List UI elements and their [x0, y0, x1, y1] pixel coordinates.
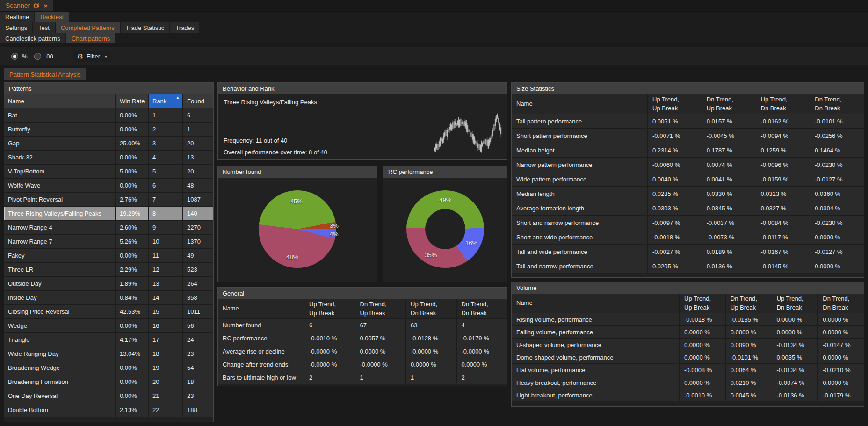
- tab-backtest[interactable]: Backtest: [35, 12, 69, 22]
- pattern-row-one-day-reversal[interactable]: One Day Reversal0.00%2123: [4, 389, 213, 403]
- stat-row-rising-volume-performance: Rising volume, performance-0.0018 %-0.01…: [512, 313, 864, 325]
- pattern-row-double-bottom[interactable]: Double Bottom2.13%22188: [4, 403, 213, 417]
- pattern-row-wide-ranging-day[interactable]: Wide Ranging Day13.04%1823: [4, 347, 213, 361]
- pattern-row-v-top-bottom[interactable]: V-Top/Bottom5.00%520: [4, 165, 213, 178]
- stat-value: 0.1259 %: [756, 143, 810, 157]
- patterns-panel: Patterns NameWin RateRank▲Found Bat0.00%…: [4, 82, 214, 422]
- pattern-row-triangle[interactable]: Triangle4.17%1724: [4, 333, 213, 347]
- stat-row-name: Average rise or decline: [218, 345, 304, 358]
- pattern-row-narrow-range-4[interactable]: Narrow Range 42.60%92270: [4, 221, 213, 234]
- pie-slice-label: 48%: [286, 253, 298, 260]
- stat-row-narrow-pattern-performance: Narrow pattern performance-0.0060 %0.007…: [512, 158, 864, 172]
- stat-row-short-and-wide-performance: Short and wide performance-0.0018 %-0.00…: [512, 230, 864, 244]
- window-tab-label: Scanner: [6, 2, 30, 9]
- stat-row-rc-performance: RC performance-0.0010 %0.0057 %-0.0128 %…: [218, 332, 507, 345]
- tab-test[interactable]: Test: [33, 22, 55, 33]
- tab-completed-patterns[interactable]: Completed Patterns: [56, 22, 120, 33]
- pattern-win-rate: 0.00%: [116, 249, 148, 262]
- pattern-row-narrow-range-7[interactable]: Narrow Range 75.26%101370: [4, 235, 213, 248]
- pattern-row-three-lr[interactable]: Three LR2.29%12523: [4, 263, 213, 276]
- behavior-rank-title: Behavior and Rank: [218, 83, 507, 94]
- pattern-row-bat[interactable]: Bat0.00%16: [4, 108, 213, 122]
- stat-value: 0.0074 %: [702, 158, 756, 172]
- pattern-row-inside-day[interactable]: Inside Day0.84%14358: [4, 291, 213, 304]
- pattern-row-gap[interactable]: Gap25.00%320: [4, 137, 213, 150]
- stat-value: 0.0360 %: [810, 187, 864, 201]
- filter-button[interactable]: ⚙ Filter ▾: [73, 51, 111, 62]
- behavior-rank-panel: Behavior and Rank Three Rising Valleys/F…: [217, 82, 507, 160]
- tab-candlestick-patterns[interactable]: Candlestick patterns: [0, 33, 65, 43]
- decimal-radio[interactable]: [34, 53, 41, 60]
- behavior-rank-content: Three Rising Valleys/Falling Peaks Frequ…: [218, 94, 507, 159]
- stat-header-row: NameUp Trend,Up BreakDn Trend,Up BreakUp…: [512, 94, 864, 114]
- stat-value: -0.0135 %: [726, 313, 772, 325]
- pattern-rank: 14: [149, 291, 182, 304]
- pattern-rank: 2: [149, 123, 182, 136]
- stat-value: -0.0179 %: [457, 332, 507, 345]
- stat-value: -0.0128 %: [406, 332, 456, 345]
- stat-row-name: Short pattern performance: [512, 129, 647, 143]
- stat-value: 0.0000 %: [680, 339, 725, 351]
- tab-trade-statistic[interactable]: Trade Statistic: [121, 22, 170, 33]
- pattern-row-broadening-wedge[interactable]: Broadening Wedge0.00%1954: [4, 361, 213, 375]
- pattern-name: Wolfe Wave: [4, 179, 115, 192]
- pattern-row-fakey[interactable]: Fakey0.00%1149: [4, 249, 213, 262]
- pattern-found: 13: [183, 151, 213, 164]
- tab-chart-patterns[interactable]: Chart patterns: [66, 33, 115, 43]
- percent-radio[interactable]: [11, 53, 18, 60]
- pattern-name: Broadening Wedge: [4, 361, 115, 375]
- pattern-row-three-rising-valleys-falling-peaks[interactable]: Three Rising Valleys/Falling Peaks19.29%…: [4, 207, 213, 220]
- column-header-name[interactable]: Name: [4, 94, 115, 108]
- column-header-win-rate[interactable]: Win Rate: [116, 94, 148, 108]
- pattern-name: Wedge: [4, 319, 115, 332]
- pattern-row-outside-day[interactable]: Outside Day1.89%13264: [4, 277, 213, 290]
- stat-value: -0.0000 %: [355, 358, 406, 371]
- pattern-row-pivot-point-reversal[interactable]: Pivot Point Reversal2.76%71087: [4, 193, 213, 206]
- tab-settings[interactable]: Settings: [0, 22, 32, 33]
- close-icon[interactable]: ×: [43, 2, 48, 9]
- column-header-found[interactable]: Found: [183, 94, 213, 108]
- window-tab-scanner[interactable]: Scanner ×: [0, 0, 53, 11]
- pattern-found: 24: [183, 333, 213, 347]
- stat-value: -0.0094 %: [756, 129, 810, 143]
- stat-value: 0.0000 %: [680, 326, 725, 338]
- stat-value: 0.0045 %: [726, 389, 772, 401]
- stat-row-dome-shaped-volume-performance: Dome-shaped volume, performance0.0000 %-…: [512, 351, 864, 363]
- pattern-found: 18: [183, 375, 213, 389]
- pattern-row-wolfe-wave[interactable]: Wolfe Wave0.00%648: [4, 179, 213, 192]
- decimal-radio-label: .00: [45, 53, 53, 60]
- pattern-name: Double Bottom: [4, 403, 115, 417]
- pattern-win-rate: 0.84%: [116, 291, 148, 304]
- pattern-row-broadening-formation[interactable]: Broadening Formation0.00%2018: [4, 375, 213, 389]
- tab-trades[interactable]: Trades: [170, 22, 199, 33]
- gear-icon: ⚙: [77, 53, 83, 60]
- tab-pattern-statistical-analysis[interactable]: Pattern Statistical Analysis: [4, 68, 86, 80]
- pattern-row-shark-32[interactable]: Shark-320.00%413: [4, 151, 213, 164]
- pattern-row-closing-price-reversal[interactable]: Closing Price Reversal42.53%151011: [4, 305, 213, 318]
- stat-value: 0.0210 %: [726, 376, 772, 389]
- stat-row-name: Tall and wide performance: [512, 245, 647, 259]
- stat-row-name: Wide pattern performance: [512, 172, 647, 186]
- tab-realtime[interactable]: Realtime: [0, 12, 34, 22]
- pie-slice-label: 16%: [465, 239, 477, 246]
- pattern-name: Pivot Point Reversal: [4, 193, 115, 206]
- column-header-dn-trend-dn-break: Dn Trend,Dn Break: [810, 94, 864, 114]
- pattern-win-rate: 4.17%: [116, 333, 148, 347]
- stat-row-name: Short and narrow performance: [512, 216, 647, 230]
- chevron-down-icon[interactable]: ▾: [105, 54, 107, 59]
- pattern-found: 2270: [183, 221, 213, 234]
- pattern-name: Closing Price Reversal: [4, 305, 115, 318]
- pie-slice-label: 3%: [330, 222, 339, 229]
- stat-value: 0.0327 %: [756, 201, 810, 215]
- pattern-row-wedge[interactable]: Wedge0.00%1656: [4, 319, 213, 332]
- pattern-win-rate: 5.26%: [116, 235, 148, 248]
- pattern-rank: 12: [149, 263, 182, 276]
- stat-value: 0.0285 %: [648, 187, 702, 201]
- stat-value: -0.0162 %: [756, 114, 810, 128]
- pattern-row-butterfly[interactable]: Butterfly0.00%21: [4, 123, 213, 136]
- window-tab-bar: Scanner ×: [0, 0, 868, 11]
- stat-header-row: NameUp Trend,Up BreakDn Trend,Up BreakUp…: [218, 299, 507, 318]
- column-header-rank[interactable]: Rank▲: [149, 94, 182, 108]
- stat-value: -0.0010 %: [304, 332, 355, 345]
- restore-window-icon[interactable]: [34, 3, 39, 9]
